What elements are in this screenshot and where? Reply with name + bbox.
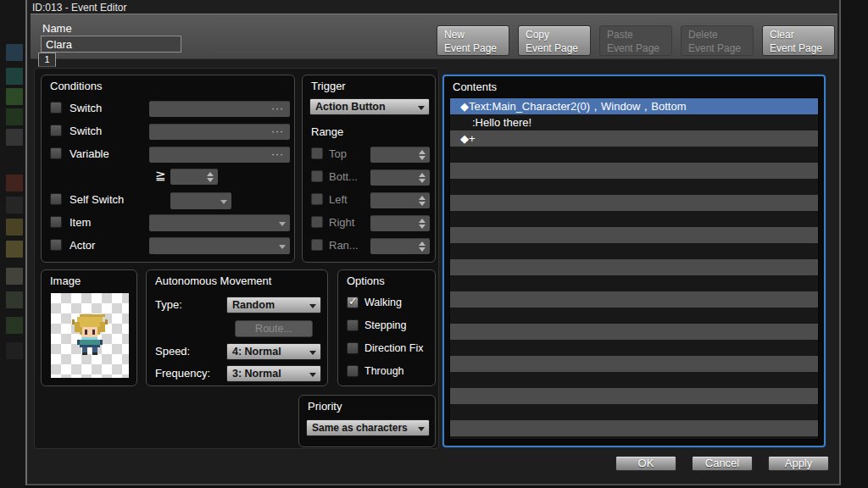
ellipsis-icon: ··· — [271, 125, 284, 139]
range-left-checkbox — [311, 193, 323, 205]
cancel-button[interactable]: Cancel — [692, 456, 753, 471]
dropdown-arrow-icon — [418, 427, 425, 431]
switch1-field[interactable]: ··· — [149, 101, 290, 117]
page-tab-1[interactable]: 1 — [38, 53, 56, 67]
variable-checkbox[interactable] — [50, 147, 62, 159]
type-dropdown[interactable]: Random — [226, 297, 321, 313]
speed-dropdown[interactable]: 4: Normal — [226, 343, 321, 360]
dropdown-arrow-icon — [418, 106, 425, 110]
contents-list[interactable]: ◆Text:Main_Character2(0)，Window，Bottom :… — [449, 97, 819, 440]
range-left-label: Left — [329, 193, 348, 206]
switch1-checkbox[interactable] — [50, 102, 62, 114]
speed-value: 4: Normal — [232, 344, 281, 359]
clear-event-page-button[interactable]: Clear Event Page — [762, 25, 835, 56]
frequency-dropdown[interactable]: 3: Normal — [226, 365, 321, 382]
trigger-value: Action Button — [315, 99, 386, 114]
range-random-checkbox — [311, 239, 323, 251]
conditions-panel: Conditions Switch ··· Switch ··· Variabl… — [41, 75, 295, 263]
background-tile — [6, 317, 23, 334]
spinner-arrows-icon — [419, 218, 426, 230]
range-right-label: Right — [329, 216, 354, 229]
direction-fix-label: Direction Fix — [364, 342, 423, 354]
background-tile — [6, 241, 23, 258]
background-tile — [6, 129, 23, 146]
switch2-label: Switch — [70, 125, 102, 137]
background-tile — [6, 44, 23, 61]
range-right-spinner — [370, 215, 430, 231]
variable-field[interactable]: ··· — [149, 147, 290, 163]
spinner-arrows-icon[interactable] — [207, 171, 214, 183]
button-label-line: New — [444, 29, 509, 42]
range-bottom-spinner — [370, 169, 430, 186]
background-tile — [6, 342, 23, 359]
variable-value-spinner[interactable] — [170, 169, 218, 185]
range-random-label: Ran... — [329, 239, 359, 252]
delete-event-page-button: Delete Event Page — [681, 25, 754, 56]
range-left-spinner — [370, 192, 430, 208]
contents-line-text-command[interactable]: ◆Text:Main_Character2(0)，Window，Bottom — [450, 98, 818, 114]
self-switch-label: Self Switch — [70, 193, 124, 206]
walking-checkbox[interactable]: ✓ — [347, 297, 359, 308]
contents-title: Contents — [453, 80, 497, 93]
actor-dropdown[interactable] — [149, 237, 290, 254]
type-value: Random — [232, 297, 275, 313]
dropdown-arrow-icon — [279, 245, 286, 249]
priority-panel: Priority Same as characters — [298, 395, 436, 447]
self-switch-dropdown[interactable] — [170, 192, 231, 209]
switch2-field[interactable]: ··· — [149, 124, 290, 140]
direction-fix-checkbox[interactable] — [347, 342, 359, 354]
options-panel: Options ✓ Walking Stepping Direction Fix… — [337, 269, 436, 386]
actor-checkbox[interactable] — [50, 239, 62, 251]
background-tile — [6, 175, 23, 191]
frequency-value: 3: Normal — [232, 366, 281, 381]
range-top-label: Top — [329, 147, 347, 160]
background-tile — [6, 219, 23, 236]
name-label: Name — [42, 22, 72, 35]
background-tile — [6, 88, 23, 105]
background-tile — [6, 108, 23, 125]
item-dropdown[interactable] — [149, 214, 290, 231]
range-right-checkbox — [311, 216, 323, 228]
variable-label: Variable — [70, 147, 109, 160]
button-label-line: Event Page — [526, 42, 590, 56]
check-icon: ✓ — [348, 295, 358, 308]
dropdown-arrow-icon — [220, 200, 227, 204]
autonomous-movement-title: Autonomous Movement — [155, 274, 271, 287]
contents-panel: Contents ◆Text:Main_Character2(0)，Window… — [442, 75, 826, 447]
paste-event-page-button: Paste Event Page — [599, 25, 672, 56]
background-tile — [6, 268, 23, 285]
contents-line-text-body[interactable]: :Hello there! — [450, 114, 818, 130]
button-label-line: Event Page — [688, 42, 753, 56]
dropdown-arrow-icon — [279, 222, 286, 226]
item-checkbox[interactable] — [50, 216, 62, 228]
background-tile — [6, 291, 23, 308]
trigger-dropdown[interactable]: Action Button — [309, 98, 430, 115]
dropdown-arrow-icon — [309, 373, 316, 377]
apply-button[interactable]: Apply — [768, 456, 829, 471]
switch2-checkbox[interactable] — [50, 125, 62, 136]
image-title: Image — [50, 274, 81, 287]
new-event-page-button[interactable]: New Event Page — [437, 25, 509, 56]
button-label-line: Copy — [526, 29, 590, 42]
options-title: Options — [347, 274, 385, 287]
priority-dropdown[interactable]: Same as characters — [306, 419, 430, 436]
ok-button[interactable]: OK — [615, 456, 676, 471]
background-tile — [6, 68, 23, 85]
contents-line-add-command[interactable]: ◆+ — [450, 130, 818, 147]
range-bottom-label: Bott... — [329, 170, 358, 183]
frequency-label: Frequency: — [155, 367, 210, 380]
image-panel: Image — [41, 269, 137, 386]
image-picker[interactable] — [51, 293, 129, 378]
button-label-line: Clear — [770, 29, 834, 42]
stepping-checkbox[interactable] — [347, 319, 359, 331]
name-input[interactable] — [41, 36, 181, 53]
stepping-label: Stepping — [364, 319, 406, 331]
range-top-spinner — [370, 147, 430, 163]
through-checkbox[interactable] — [347, 365, 359, 377]
ellipsis-icon: ··· — [271, 102, 284, 116]
button-label-line: Event Page — [444, 42, 509, 56]
spinner-arrows-icon — [419, 241, 426, 252]
actor-label: Actor — [70, 239, 95, 252]
self-switch-checkbox[interactable] — [50, 193, 62, 205]
copy-event-page-button[interactable]: Copy Event Page — [518, 25, 591, 56]
